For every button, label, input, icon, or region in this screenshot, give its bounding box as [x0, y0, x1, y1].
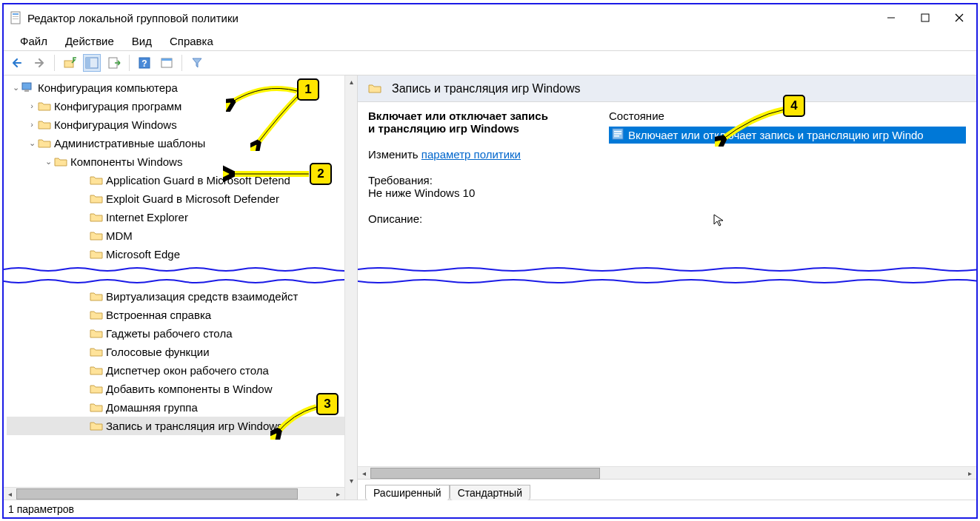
tree-node-ie[interactable]: Internet Explorer: [7, 208, 357, 226]
menu-file[interactable]: Файл: [11, 33, 56, 50]
svg-rect-17: [24, 90, 29, 92]
tree-node-voice[interactable]: Голосовые функции: [7, 343, 344, 361]
folder-icon: [90, 175, 103, 186]
tree-node-edge[interactable]: Microsoft Edge: [7, 245, 357, 263]
edit-label: Изменить: [368, 148, 419, 161]
back-button[interactable]: [8, 54, 26, 72]
up-level-button[interactable]: [61, 54, 79, 72]
svg-rect-19: [614, 131, 621, 132]
svg-rect-20: [614, 133, 621, 135]
tree-label: Exploit Guard в Microsoft Defender: [106, 189, 279, 208]
folder-icon: [90, 328, 103, 340]
tree-node-dwm[interactable]: Диспетчер окон рабочего стола: [7, 361, 344, 380]
collapse-icon[interactable]: ⌄: [42, 152, 54, 171]
svg-rect-15: [161, 58, 172, 61]
tree-label: Добавить компоненты в Window: [106, 380, 273, 398]
toolbar: ?: [4, 50, 976, 75]
tree-label: Internet Explorer: [106, 208, 188, 226]
svg-rect-21: [614, 135, 619, 137]
detail-description: Включает или отключает запись и трансляц…: [368, 110, 594, 492]
folder-icon: [90, 309, 103, 321]
tree-node-add-components[interactable]: Добавить компоненты в Window: [7, 380, 344, 398]
svg-rect-2: [13, 16, 19, 17]
scroll-down-icon[interactable]: ▾: [345, 474, 357, 487]
maximize-button[interactable]: [908, 7, 942, 29]
tree-node-homegroup[interactable]: Домашняя группа: [7, 398, 344, 417]
policy-list-item[interactable]: Включает или отключает запись и трансляц…: [609, 127, 966, 144]
tree-node-windows-components[interactable]: ⌄ Компоненты Windows: [7, 152, 357, 171]
properties-button[interactable]: [158, 54, 176, 72]
svg-rect-5: [921, 14, 929, 21]
scroll-left-icon[interactable]: ◂: [4, 488, 16, 500]
tree-label: Компоненты Windows: [70, 152, 182, 171]
tree-node-admin-templates[interactable]: ⌄ Административные шаблоны: [7, 134, 357, 152]
svg-rect-10: [86, 58, 90, 68]
tree-label: Запись и трансляция игр Windows: [106, 417, 283, 435]
status-text: 1 параметров: [8, 503, 74, 515]
tree-node-exploit-guard[interactable]: Exploit Guard в Microsoft Defender: [7, 189, 357, 208]
tree-label: Гаджеты рабочего стола: [106, 324, 232, 343]
scrollbar-thumb[interactable]: [370, 468, 600, 479]
tree-horizontal-scrollbar[interactable]: ◂ ▸: [4, 487, 344, 500]
menu-view[interactable]: Вид: [123, 33, 161, 50]
help-button[interactable]: ?: [136, 54, 153, 72]
folder-icon: [90, 291, 103, 303]
detail-header-title: Запись и трансляция игр Windows: [392, 82, 581, 95]
tree-node-builtin-help[interactable]: Встроенная справка: [7, 306, 344, 324]
state-column-header[interactable]: Состояние: [609, 110, 966, 122]
tree-node-virtualization[interactable]: Виртуализация средств взаимодейст: [7, 287, 344, 306]
tree-node-mdm[interactable]: MDM: [7, 226, 357, 245]
folder-icon: [90, 346, 103, 358]
menu-action[interactable]: Действие: [56, 33, 123, 50]
edit-policy-link[interactable]: параметр политики: [421, 148, 521, 161]
svg-rect-3: [13, 19, 19, 19]
tree-vertical-scrollbar[interactable]: ▴ ▾: [344, 75, 357, 500]
detail-horizontal-scrollbar[interactable]: ◂ ▸: [358, 466, 976, 479]
expand-icon[interactable]: ›: [26, 97, 38, 115]
requirements-value: Не ниже Windows 10: [368, 186, 594, 199]
cursor-icon: [713, 213, 726, 226]
tab-standard[interactable]: Стандартный: [450, 485, 530, 500]
expand-icon[interactable]: ›: [26, 115, 38, 134]
export-list-button[interactable]: [105, 54, 123, 72]
tree-node-program-config[interactable]: › Конфигурация программ: [7, 97, 357, 115]
collapse-icon[interactable]: ⌄: [26, 134, 38, 152]
folder-icon: [90, 383, 103, 395]
tree-node-gadgets[interactable]: Гаджеты рабочего стола: [7, 324, 344, 343]
show-hide-tree-button[interactable]: [83, 54, 101, 72]
scroll-up-icon[interactable]: ▴: [345, 75, 357, 88]
description-label: Описание:: [368, 212, 594, 225]
tree-node-game-recording[interactable]: Запись и трансляция игр Windows: [7, 417, 344, 435]
tree-panel: ⌄ Конфигурация компьютера › Конфигурация…: [4, 75, 358, 500]
image-tear: [4, 266, 357, 284]
detail-panel: Запись и трансляция игр Windows Включает…: [358, 75, 976, 500]
tree-label: Голосовые функции: [106, 343, 210, 361]
folder-icon: [38, 138, 51, 149]
tree-node-computer-config[interactable]: ⌄ Конфигурация компьютера: [7, 78, 357, 97]
tab-extended[interactable]: Расширенный: [365, 485, 450, 500]
filter-button[interactable]: [188, 54, 206, 72]
scroll-right-icon[interactable]: ▸: [332, 488, 344, 500]
tree-label: Конфигурация Windows: [54, 115, 177, 134]
tree-node-app-guard[interactable]: Application Guard в Microsoft Defend: [7, 171, 357, 189]
folder-icon: [90, 249, 103, 260]
tree-label: Конфигурация программ: [54, 97, 181, 115]
tree-label: Диспетчер окон рабочего стола: [106, 361, 269, 380]
policy-item-icon: [612, 128, 624, 142]
close-button[interactable]: [942, 7, 976, 29]
detail-header: Запись и трансляция игр Windows: [358, 75, 976, 102]
title-bar: Редактор локальной групповой политики: [4, 4, 976, 31]
tree-node-windows-config[interactable]: › Конфигурация Windows: [7, 115, 357, 134]
menu-bar: Файл Действие Вид Справка: [4, 31, 976, 50]
scroll-right-icon[interactable]: ▸: [964, 467, 976, 480]
svg-text:?: ?: [141, 58, 147, 69]
tree-label: Домашняя группа: [106, 398, 198, 417]
folder-icon: [368, 83, 381, 95]
collapse-icon[interactable]: ⌄: [10, 78, 21, 97]
scroll-left-icon[interactable]: ◂: [358, 467, 370, 480]
forward-button[interactable]: [30, 54, 48, 72]
scrollbar-thumb[interactable]: [16, 488, 298, 500]
svg-rect-1: [13, 13, 19, 15]
menu-help[interactable]: Справка: [161, 33, 222, 50]
minimize-button[interactable]: [874, 7, 908, 29]
